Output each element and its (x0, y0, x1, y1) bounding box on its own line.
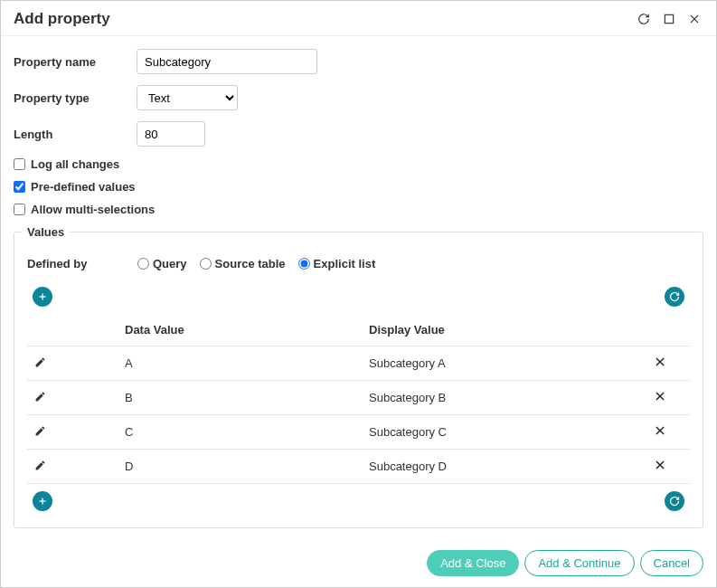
table-row: CSubcategory C (27, 415, 690, 450)
dialog-title: Add property (14, 10, 627, 28)
values-table: Data Value Display Value ASubcategory AB… (27, 314, 690, 484)
property-name-row: Property name (14, 49, 703, 74)
property-name-input[interactable] (137, 49, 317, 74)
data-value-cell: A (118, 346, 362, 381)
pre-defined-values-label[interactable]: Pre-defined values (31, 180, 136, 194)
pre-defined-values-row: Pre-defined values (14, 180, 703, 194)
refresh-icon[interactable] (635, 10, 653, 28)
property-name-label: Property name (14, 55, 137, 69)
log-all-changes-checkbox[interactable] (14, 158, 25, 170)
defined-by-radio-group: Query Source table Explicit list (137, 257, 375, 270)
defined-by-source-table-radio[interactable] (200, 258, 212, 270)
data-value-header: Data Value (118, 314, 362, 346)
defined-by-source-table[interactable]: Source table (200, 257, 286, 270)
display-value-cell: Subcategory B (362, 381, 646, 415)
defined-by-row: Defined by Query Source table Explicit l… (27, 257, 690, 270)
values-fieldset: Values Defined by Query Source table Exp… (14, 225, 703, 528)
pencil-icon[interactable] (34, 425, 46, 437)
maximize-icon[interactable] (660, 10, 678, 28)
data-value-cell: D (118, 450, 362, 484)
delete-icon[interactable] (654, 390, 666, 403)
allow-multi-selections-row: Allow multi-selections (14, 203, 703, 216)
log-all-changes-label[interactable]: Log all changes (31, 157, 119, 171)
pencil-icon[interactable] (34, 460, 46, 471)
data-value-cell: C (118, 415, 362, 450)
property-type-label: Property type (14, 91, 137, 105)
dialog-header: Add property (1, 1, 716, 36)
add-continue-button[interactable]: Add & Continue (524, 550, 634, 576)
values-legend: Values (22, 225, 70, 239)
svg-rect-0 (665, 14, 673, 23)
length-input[interactable] (137, 121, 205, 147)
values-tbody: ASubcategory ABSubcategory BCSubcategory… (27, 346, 690, 484)
table-row: BSubcategory B (27, 381, 690, 415)
table-row: DSubcategory D (27, 450, 690, 484)
delete-icon[interactable] (654, 459, 666, 471)
defined-by-query[interactable]: Query (137, 257, 187, 270)
length-row: Length (14, 121, 703, 147)
data-value-cell: B (118, 381, 362, 415)
property-type-select[interactable]: Text (137, 85, 238, 110)
table-row: ASubcategory A (27, 346, 690, 381)
delete-icon[interactable] (654, 424, 666, 437)
add-close-button[interactable]: Add & Close (427, 550, 519, 576)
defined-by-explicit-list[interactable]: Explicit list (298, 257, 376, 270)
add-value-button-bottom[interactable] (33, 491, 52, 511)
cancel-button[interactable]: Cancel (640, 550, 703, 576)
defined-by-explicit-list-radio[interactable] (298, 258, 310, 270)
defined-by-query-radio[interactable] (137, 258, 149, 270)
property-type-row: Property type Text (14, 85, 703, 110)
values-toolbar-bottom (27, 488, 690, 515)
delete-icon[interactable] (654, 356, 666, 368)
add-value-button-top[interactable] (33, 287, 52, 307)
dialog-body: Property name Property type Text Length … (1, 36, 716, 541)
refresh-values-button-bottom[interactable] (665, 491, 684, 511)
display-value-cell: Subcategory A (362, 346, 646, 381)
display-value-cell: Subcategory D (362, 450, 646, 484)
defined-by-label: Defined by (27, 257, 137, 270)
values-toolbar-top (27, 283, 690, 310)
pencil-icon[interactable] (34, 391, 46, 403)
length-label: Length (14, 128, 137, 141)
log-all-changes-row: Log all changes (14, 157, 703, 171)
allow-multi-selections-label[interactable]: Allow multi-selections (31, 203, 155, 216)
dialog-footer: Add & Close Add & Continue Cancel (1, 541, 716, 587)
pencil-icon[interactable] (34, 356, 46, 368)
close-icon[interactable] (685, 10, 703, 28)
pre-defined-values-checkbox[interactable] (14, 181, 25, 193)
allow-multi-selections-checkbox[interactable] (14, 204, 25, 215)
refresh-values-button-top[interactable] (665, 287, 684, 307)
add-property-dialog: Add property Property name Property type… (0, 0, 717, 588)
display-value-header: Display Value (362, 314, 646, 346)
display-value-cell: Subcategory C (362, 415, 646, 450)
